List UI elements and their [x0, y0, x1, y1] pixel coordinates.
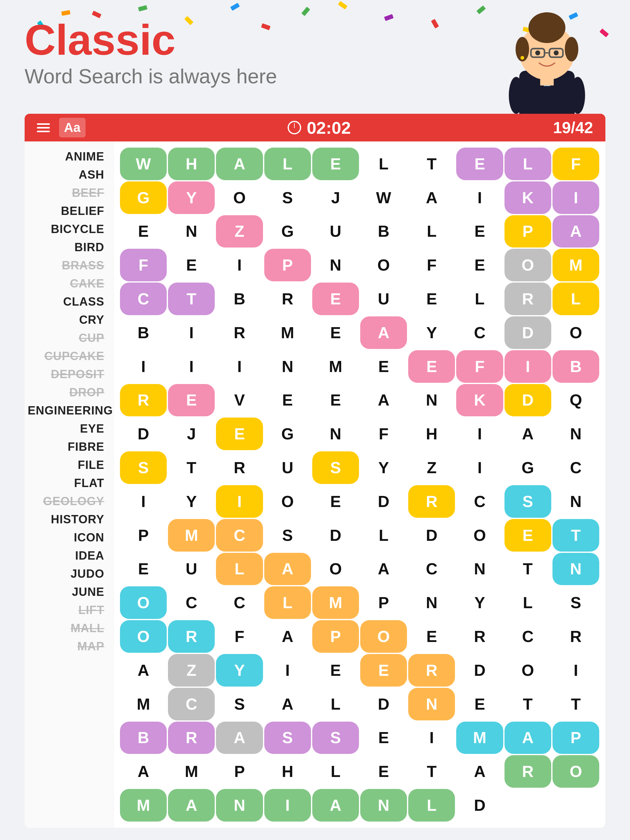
grid-cell[interactable]: Y — [168, 182, 215, 214]
grid-cell[interactable]: N — [168, 215, 215, 248]
grid-cell[interactable]: M — [168, 755, 215, 788]
grid-cell[interactable]: C — [216, 586, 263, 619]
grid-cell[interactable]: I — [216, 249, 263, 281]
grid-cell[interactable]: A — [216, 722, 263, 754]
grid-cell[interactable]: A — [120, 755, 167, 788]
grid-cell[interactable]: C — [216, 519, 263, 552]
grid-cell[interactable]: Y — [168, 485, 215, 518]
grid-cell[interactable]: R — [505, 283, 551, 315]
grid-cell[interactable]: S — [264, 722, 311, 754]
grid-cell[interactable]: R — [168, 620, 215, 653]
grid-cell[interactable]: Y — [456, 586, 503, 619]
grid-cell[interactable]: N — [552, 485, 599, 518]
grid-cell[interactable]: M — [120, 688, 167, 720]
grid-cell[interactable]: E — [408, 620, 455, 653]
grid-cell[interactable]: D — [120, 418, 167, 450]
grid-cell[interactable]: J — [168, 418, 215, 450]
grid-cell[interactable]: O — [552, 316, 599, 349]
grid-cell[interactable]: E — [408, 283, 455, 315]
grid-cell[interactable]: A — [360, 553, 407, 586]
grid-cell[interactable]: R — [216, 316, 263, 349]
grid-cell[interactable]: I — [120, 485, 167, 518]
grid-cell[interactable]: T — [505, 688, 551, 720]
grid-cell[interactable]: H — [168, 148, 215, 180]
grid-cell[interactable]: T — [408, 755, 455, 788]
grid-cell[interactable]: I — [505, 350, 551, 383]
grid-cell[interactable]: T — [408, 148, 455, 180]
grid-cell[interactable]: E — [360, 654, 407, 687]
grid-cell[interactable]: Q — [552, 384, 599, 417]
grid-cell[interactable]: I — [408, 722, 455, 754]
grid-cell[interactable]: A — [168, 789, 215, 821]
grid-cell[interactable]: O — [264, 485, 311, 518]
grid-cell[interactable]: S — [264, 519, 311, 552]
grid-cell[interactable]: I — [168, 316, 215, 349]
grid-cell[interactable]: M — [552, 249, 599, 281]
grid-cell[interactable]: P — [216, 755, 263, 788]
grid-cell[interactable]: E — [360, 350, 407, 383]
grid-cell[interactable]: H — [408, 418, 455, 450]
grid-cell[interactable]: E — [312, 316, 359, 349]
grid-cell[interactable]: U — [168, 553, 215, 586]
grid-cell[interactable]: E — [408, 350, 455, 383]
grid-cell[interactable]: E — [216, 418, 263, 450]
grid-cell[interactable]: A — [552, 215, 599, 248]
grid-cell[interactable]: Y — [408, 316, 455, 349]
grid-cell[interactable]: Y — [360, 452, 407, 484]
grid-cell[interactable]: R — [456, 620, 503, 653]
grid-cell[interactable]: D — [456, 789, 503, 821]
grid-cell[interactable]: R — [168, 722, 215, 754]
grid-cell[interactable]: E — [120, 215, 167, 248]
grid-cell[interactable]: F — [408, 249, 455, 281]
grid-cell[interactable]: L — [312, 755, 359, 788]
grid-cell[interactable]: A — [505, 418, 551, 450]
grid-cell[interactable]: S — [264, 182, 311, 214]
grid-cell[interactable]: J — [312, 182, 359, 214]
grid-cell[interactable]: I — [168, 350, 215, 383]
grid-cell[interactable]: D — [360, 688, 407, 720]
grid-cell[interactable]: N — [408, 586, 455, 619]
grid-cell[interactable]: O — [505, 654, 551, 687]
grid-cell[interactable]: K — [456, 384, 503, 417]
grid-cell[interactable]: T — [168, 452, 215, 484]
grid-cell[interactable]: D — [312, 519, 359, 552]
grid-cell[interactable]: D — [408, 519, 455, 552]
grid-cell[interactable]: E — [312, 654, 359, 687]
grid-cell[interactable]: A — [360, 384, 407, 417]
grid-cell[interactable]: Y — [216, 654, 263, 687]
grid-cell[interactable]: A — [408, 182, 455, 214]
grid-cell[interactable]: G — [264, 215, 311, 248]
grid-cell[interactable]: I — [456, 452, 503, 484]
grid-cell[interactable]: D — [360, 485, 407, 518]
grid-cell[interactable]: N — [264, 350, 311, 383]
grid-cell[interactable]: S — [505, 485, 551, 518]
grid-cell[interactable]: C — [456, 485, 503, 518]
grid-cell[interactable]: O — [216, 182, 263, 214]
grid-cell[interactable]: R — [120, 384, 167, 417]
grid-cell[interactable]: L — [552, 283, 599, 315]
grid-cell[interactable]: M — [312, 586, 359, 619]
grid-cell[interactable]: R — [216, 452, 263, 484]
grid-cell[interactable]: D — [456, 654, 503, 687]
grid-cell[interactable]: A — [264, 620, 311, 653]
grid-cell[interactable]: Z — [168, 654, 215, 687]
grid-cell[interactable]: E — [312, 485, 359, 518]
menu-button[interactable] — [37, 123, 50, 132]
grid-cell[interactable]: E — [456, 249, 503, 281]
grid-cell[interactable]: E — [264, 384, 311, 417]
grid-cell[interactable]: P — [264, 249, 311, 281]
grid-cell[interactable]: O — [456, 519, 503, 552]
grid-cell[interactable]: E — [456, 215, 503, 248]
grid-cell[interactable]: B — [552, 350, 599, 383]
grid-cell[interactable]: G — [120, 182, 167, 214]
grid-cell[interactable]: S — [312, 722, 359, 754]
grid-cell[interactable]: O — [312, 553, 359, 586]
grid-cell[interactable]: A — [120, 654, 167, 687]
grid-area[interactable]: WHALELTELFGYOSJWAIKIENZGUBLEPAFEIPNOFEOM… — [114, 141, 605, 828]
grid-cell[interactable]: L — [360, 519, 407, 552]
grid-cell[interactable]: E — [312, 283, 359, 315]
grid-cell[interactable]: E — [120, 553, 167, 586]
grid-cell[interactable]: E — [312, 384, 359, 417]
grid-cell[interactable]: F — [216, 620, 263, 653]
grid-cell[interactable]: A — [456, 755, 503, 788]
